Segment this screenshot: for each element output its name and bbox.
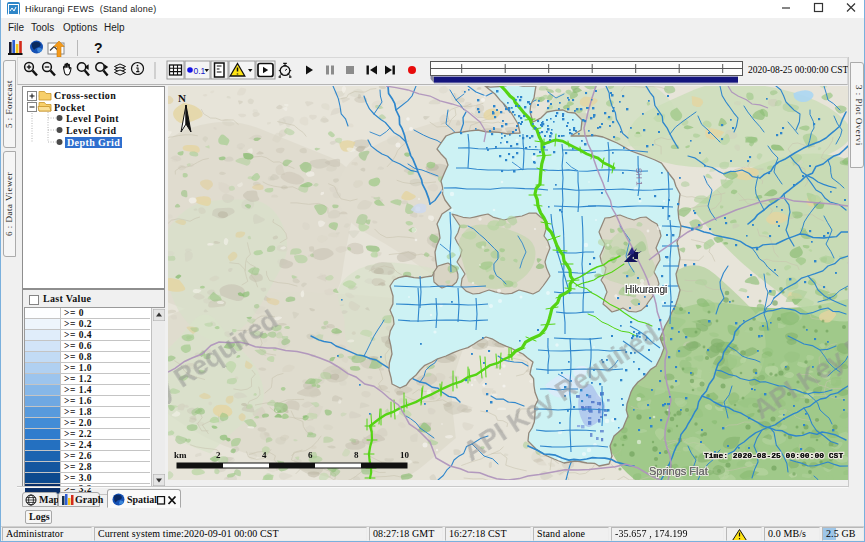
svg-text:?: ? <box>94 40 103 56</box>
svg-text:Hikurangi: Hikurangi <box>625 284 667 295</box>
svg-text:4: 4 <box>262 450 267 460</box>
svg-text:0.1: 0.1 <box>194 66 206 76</box>
svg-text:6: 6 <box>308 450 313 460</box>
svg-text:8: 8 <box>354 450 359 460</box>
svg-text:N: N <box>178 92 186 104</box>
svg-text:SH 1: SH 1 <box>634 168 644 187</box>
svg-text:10: 10 <box>400 450 410 460</box>
svg-text:Springs Flat: Springs Flat <box>649 465 708 477</box>
svg-text:2: 2 <box>216 450 221 460</box>
svg-text:km: km <box>174 450 187 460</box>
svg-text:Time: 2020-08-25 00:00:00 CST: Time: 2020-08-25 00:00:00 CST <box>704 451 843 460</box>
